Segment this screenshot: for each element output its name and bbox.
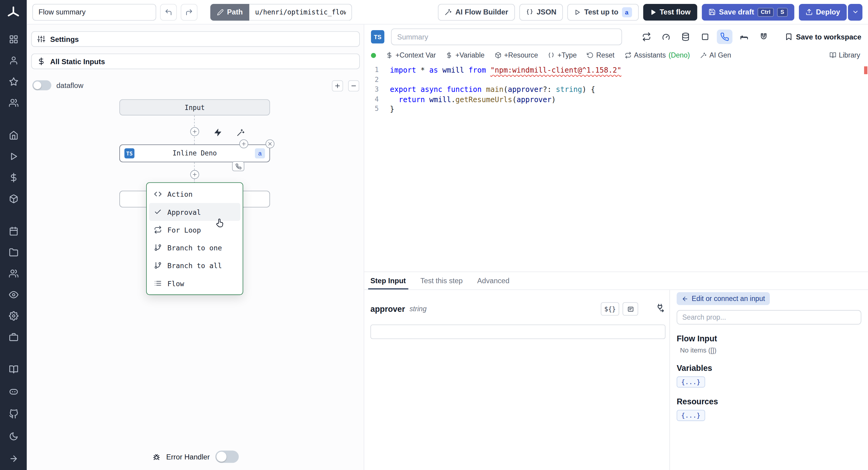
tab-test-this-step[interactable]: Test this step bbox=[421, 277, 463, 289]
star-icon[interactable] bbox=[5, 73, 22, 89]
menu-item-branch-to-all[interactable]: Branch to all bbox=[149, 256, 241, 274]
play-icon[interactable] bbox=[5, 148, 22, 164]
book-icon[interactable] bbox=[5, 361, 22, 377]
input-node[interactable]: Input bbox=[119, 99, 270, 115]
plus-icon bbox=[192, 129, 198, 135]
box-icon bbox=[495, 52, 501, 58]
menu-item-action[interactable]: Action bbox=[149, 185, 241, 203]
square-icon[interactable] bbox=[698, 30, 713, 44]
users-icon[interactable] bbox=[5, 265, 22, 281]
path-button[interactable]: Path bbox=[210, 4, 250, 21]
edit-or-connect-button[interactable]: Edit or connect an input bbox=[677, 292, 770, 305]
phone-icon[interactable] bbox=[717, 30, 733, 44]
connect-input-button[interactable] bbox=[655, 303, 665, 315]
grid-icon[interactable] bbox=[5, 31, 22, 47]
calendar-icon[interactable] bbox=[5, 223, 22, 239]
redo-button[interactable] bbox=[181, 4, 198, 21]
ai-flow-builder-button[interactable]: AI Flow Builder bbox=[438, 4, 515, 21]
zoom-in-button[interactable] bbox=[332, 81, 343, 92]
save-to-workspace-label: Save to workspace bbox=[796, 33, 861, 41]
assistants-button[interactable]: Assistants (Deno) bbox=[624, 51, 690, 59]
play-icon bbox=[574, 9, 581, 15]
inline-deno-step-node[interactable]: TS Inline Deno a bbox=[119, 144, 270, 162]
approver-value-input[interactable] bbox=[370, 324, 665, 339]
repeat-icon bbox=[154, 226, 162, 234]
chip-label: +Context Var bbox=[396, 51, 436, 59]
settings-icon[interactable] bbox=[5, 308, 22, 323]
form-mode-button[interactable] bbox=[623, 302, 638, 315]
step-tabs: Step Input Test this step Advanced bbox=[364, 272, 868, 290]
json-label: JSON bbox=[536, 8, 556, 16]
ai-wand-button[interactable] bbox=[236, 127, 245, 137]
add-context-var-button[interactable]: +Context Var bbox=[386, 51, 436, 59]
json-button[interactable]: JSON bbox=[519, 4, 563, 21]
database-icon[interactable] bbox=[678, 30, 693, 44]
deploy-label: Deploy bbox=[816, 8, 840, 16]
step-id-badge: a bbox=[255, 148, 265, 158]
save-to-workspace-button[interactable]: Save to workspace bbox=[785, 33, 861, 41]
user-icon[interactable] bbox=[5, 53, 22, 68]
library-button[interactable]: Library bbox=[830, 51, 860, 59]
delete-step-button[interactable] bbox=[266, 139, 275, 149]
box-icon[interactable] bbox=[5, 191, 22, 207]
zoom-out-button[interactable] bbox=[348, 81, 359, 92]
folder-icon[interactable] bbox=[5, 244, 22, 260]
trigger-zap-button[interactable] bbox=[213, 127, 222, 137]
step-editor-pane: TS Save to workspace +Context Var +Varia… bbox=[364, 24, 868, 272]
insert-step-menu: Action Approval For Loop Branch to one B… bbox=[146, 182, 243, 295]
home-icon[interactable] bbox=[5, 127, 22, 143]
editor-flow-icons bbox=[639, 30, 772, 44]
undo-button[interactable] bbox=[160, 4, 177, 21]
error-handler-toggle[interactable] bbox=[215, 451, 239, 463]
ai-gen-button[interactable]: AI Gen bbox=[700, 51, 731, 59]
code-line: 1import * as wmill from "npm:windmill-cl… bbox=[364, 65, 868, 75]
dollar-sign-icon[interactable] bbox=[5, 169, 22, 185]
test-up-to-button[interactable]: Test up to a bbox=[567, 4, 638, 21]
reset-button[interactable]: Reset bbox=[587, 51, 615, 59]
menu-item-for-loop[interactable]: For Loop bbox=[149, 221, 241, 239]
resources-object-badge[interactable]: {...} bbox=[677, 410, 705, 421]
gauge-icon[interactable] bbox=[658, 30, 674, 44]
tab-step-input[interactable]: Step Input bbox=[370, 277, 406, 289]
magnet-icon[interactable] bbox=[756, 30, 772, 44]
test-flow-label: Test flow bbox=[660, 8, 690, 16]
save-draft-button[interactable]: Save draft Ctrl S bbox=[702, 4, 794, 21]
bed-icon[interactable] bbox=[736, 30, 752, 44]
users-icon[interactable] bbox=[5, 95, 22, 111]
expr-mode-button[interactable]: ${} bbox=[601, 302, 619, 315]
step-node-label: Inline Deno bbox=[134, 150, 255, 157]
summary-input[interactable] bbox=[391, 28, 622, 45]
add-type-button[interactable]: +Type bbox=[548, 51, 577, 59]
dollar-icon bbox=[37, 58, 45, 65]
menu-item-branch-to-one[interactable]: Branch to one bbox=[149, 239, 241, 256]
flow-settings-button[interactable]: Settings bbox=[31, 31, 360, 47]
deploy-button[interactable]: Deploy bbox=[799, 4, 847, 21]
braces-icon bbox=[526, 8, 533, 15]
insert-step-button[interactable] bbox=[190, 170, 199, 179]
menu-item-flow[interactable]: Flow bbox=[149, 275, 241, 292]
flow-summary-input[interactable] bbox=[32, 4, 156, 21]
dataflow-toggle[interactable] bbox=[32, 81, 51, 90]
repeat-icon[interactable] bbox=[639, 30, 654, 44]
menu-item-approval[interactable]: Approval bbox=[149, 203, 241, 221]
all-static-inputs-button[interactable]: All Static Inputs bbox=[31, 54, 360, 69]
field-header: approver string ${} bbox=[364, 290, 670, 315]
github-icon[interactable] bbox=[5, 406, 22, 421]
windmill-logo-icon[interactable] bbox=[6, 6, 21, 20]
discord-icon[interactable] bbox=[5, 383, 22, 399]
arrow-right-icon[interactable] bbox=[5, 451, 22, 466]
add-variable-button[interactable]: +Variable bbox=[446, 51, 485, 59]
add-branch-button[interactable] bbox=[239, 139, 248, 149]
tab-advanced[interactable]: Advanced bbox=[477, 277, 509, 289]
insert-step-button[interactable] bbox=[190, 127, 199, 136]
path-input[interactable] bbox=[250, 4, 352, 21]
code-editor[interactable]: 1import * as wmill from "npm:windmill-cl… bbox=[364, 63, 868, 114]
briefcase-icon[interactable] bbox=[5, 329, 22, 345]
variables-object-badge[interactable]: {...} bbox=[677, 376, 705, 387]
deploy-menu-button[interactable] bbox=[848, 4, 862, 21]
eye-icon[interactable] bbox=[5, 286, 22, 302]
moon-icon[interactable] bbox=[5, 428, 22, 444]
add-resource-button[interactable]: +Resource bbox=[495, 51, 538, 59]
test-flow-button[interactable]: Test flow bbox=[643, 4, 697, 21]
prop-search-input[interactable] bbox=[677, 310, 861, 324]
